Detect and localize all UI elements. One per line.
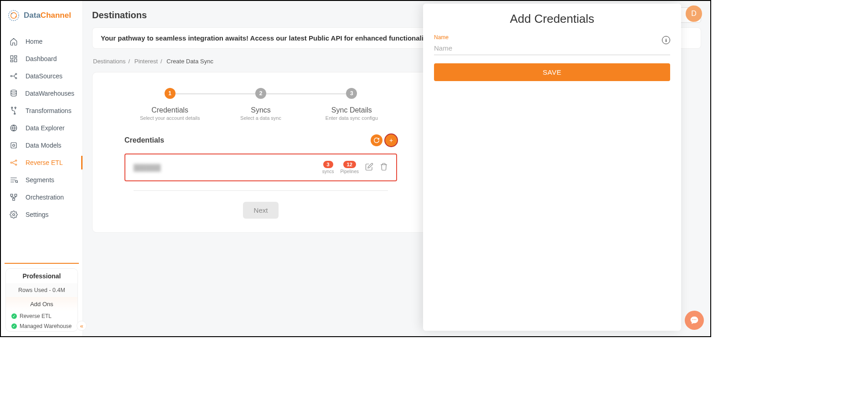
syncs-count-badge: 3 [323,161,333,168]
step-number: 1 [165,88,176,99]
logo-text-1: Data [24,11,41,20]
sidebar-item-label: Orchestration [26,194,64,201]
sidebar-item-datamodels[interactable]: Data Models [1,137,83,154]
step-number: 3 [346,88,357,99]
orchestration-icon [9,193,18,202]
row-divider [134,190,388,191]
segments-icon [9,175,18,184]
sidebar-item-settings[interactable]: Settings [1,206,83,223]
syncs-badge-col: 3 syncs [322,161,334,174]
plan-title: Professional [6,269,78,283]
plan-rows-used: Rows Used - 0.4M [6,283,78,297]
step-subtitle: Select your account details [140,115,200,121]
models-icon [9,141,18,150]
sidebar-item-label: DataWarehouses [25,90,74,97]
logo-icon [7,9,20,22]
pipelines-badge-col: 12 Pipelines [340,161,359,174]
svg-point-8 [10,76,12,77]
addon-label: Managed Warehouse [20,323,72,329]
breadcrumb-pinterest[interactable]: Pinterest [134,58,158,65]
save-button[interactable]: SAVE [434,63,670,81]
step-syncs[interactable]: 2 Syncs Select a data sync [215,88,306,121]
home-icon [9,37,18,46]
add-credentials-panel: Add Credentials Name i SAVE [423,4,681,331]
svg-point-18 [10,162,12,164]
step-title: Credentials [151,106,188,114]
database-icon [9,89,18,98]
edit-icon[interactable] [365,163,373,173]
svg-rect-6 [15,59,17,62]
svg-rect-16 [11,143,16,148]
addon-managed-warehouse: ✓Managed Warehouse [6,321,78,331]
sidebar-item-label: Dashboard [26,55,57,62]
datasources-icon [9,72,18,81]
name-input[interactable] [434,41,670,55]
svg-point-2 [11,13,12,14]
breadcrumb-destinations[interactable]: Destinations [93,58,126,65]
panel-title: Add Credentials [434,12,670,26]
add-credentials-button[interactable]: + [385,134,397,146]
wizard-card: 1 Credentials Select your account detail… [92,72,429,233]
sidebar-item-dashboard[interactable]: Dashboard [1,50,83,67]
sidebar-item-label: Data Models [26,142,62,149]
gear-icon [9,210,18,219]
plan-addons-header[interactable]: Add Ons [6,297,78,311]
addon-reverse-etl: ✓Reverse ETL [6,311,78,321]
check-icon: ✓ [11,313,17,319]
svg-rect-23 [15,194,17,196]
sidebar-item-label: Settings [26,211,49,218]
pipelines-label: Pipelines [340,169,359,174]
sidebar-item-reverseetl[interactable]: Reverse ETL [1,154,83,171]
sidebar-item-label: Data Explorer [26,124,65,132]
addon-label: Reverse ETL [20,313,52,319]
sidebar: DataChannel Home Dashboard DataSources D… [1,1,83,336]
page-title: Destinations [92,10,147,20]
check-icon: ✓ [11,323,17,329]
info-icon[interactable]: i [662,36,670,44]
credential-name: ██████ [134,164,161,171]
credential-row[interactable]: ██████ 3 syncs 12 Pipelines [124,154,397,181]
svg-point-9 [16,73,17,75]
sidebar-item-datasources[interactable]: DataSources [1,67,83,85]
reverseetl-icon [9,158,18,167]
credentials-title: Credentials [124,136,164,144]
sidebar-item-label: Home [26,38,42,45]
svg-point-3 [16,16,17,17]
svg-point-17 [13,144,15,147]
refresh-credentials-button[interactable] [371,134,382,146]
svg-rect-5 [15,56,17,57]
sidebar-item-datawarehouses[interactable]: DataWarehouses [1,85,83,102]
svg-point-11 [11,90,16,92]
svg-rect-24 [13,198,15,200]
delete-icon[interactable] [380,163,388,173]
avatar[interactable]: D [686,5,702,22]
sidebar-item-orchestration[interactable]: Orchestration [1,189,83,206]
stepper: 1 Credentials Select your account detail… [124,88,397,121]
next-button[interactable]: Next [243,202,279,219]
dashboard-icon [9,54,18,63]
nav: Home Dashboard DataSources DataWarehouse… [1,30,83,263]
sidebar-item-transformations[interactable]: Transformations [1,102,83,119]
svg-rect-4 [10,56,13,59]
step-title: Syncs [251,106,271,114]
logo-text-2: Channel [41,11,71,20]
step-credentials[interactable]: 1 Credentials Select your account detail… [124,88,215,121]
transformations-icon [9,106,18,115]
chat-fab[interactable] [685,311,704,330]
logo[interactable]: DataChannel [1,1,83,30]
sidebar-item-dataexplorer[interactable]: Data Explorer [1,119,83,137]
sidebar-item-home[interactable]: Home [1,33,83,50]
plan-card: Professional Rows Used - 0.4M Add Ons ✓R… [5,268,78,332]
step-subtitle: Select a data sync [240,115,281,121]
svg-rect-7 [10,60,13,62]
explorer-icon [9,123,18,133]
step-sync-details[interactable]: 3 Sync Details Enter data sync configu [306,88,397,121]
svg-point-25 [13,214,15,216]
name-field-label: Name [434,34,670,41]
pipelines-count-badge: 12 [343,161,356,168]
sidebar-item-segments[interactable]: Segments [1,171,83,189]
sidebar-item-label: Reverse ETL [26,159,63,166]
sidebar-item-label: Segments [26,176,54,184]
svg-point-20 [16,164,17,165]
syncs-label: syncs [322,169,334,174]
